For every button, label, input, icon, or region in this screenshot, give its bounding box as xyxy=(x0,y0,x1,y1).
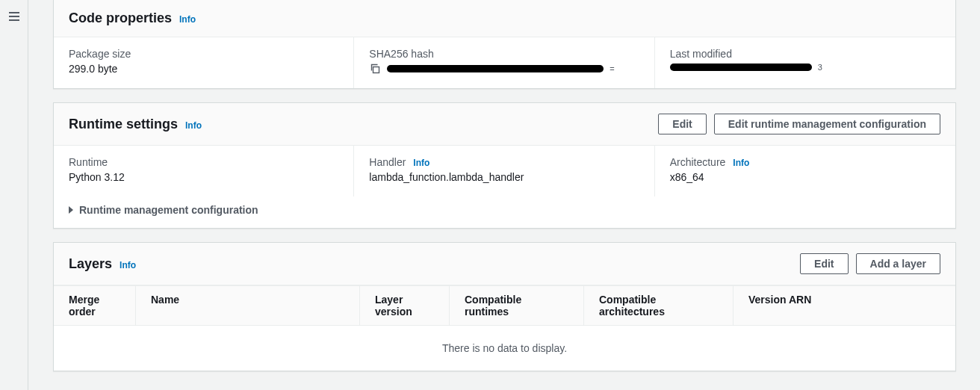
package-size-field: Package size 299.0 byte xyxy=(54,37,354,88)
col-compatible-architectures[interactable]: Compatible architectures xyxy=(584,286,734,325)
edit-layers-button[interactable]: Edit xyxy=(800,253,848,274)
runtime-field: Runtime Python 3.12 xyxy=(54,146,354,196)
last-modified-label: Last modified xyxy=(670,48,940,60)
col-layer-version[interactable]: Layer version xyxy=(360,286,450,325)
rmc-expand-label: Runtime management configuration xyxy=(79,204,258,216)
handler-value: lambda_function.lambda_handler xyxy=(369,171,639,183)
handler-field: Handler Info lambda_function.lambda_hand… xyxy=(354,146,654,196)
architecture-field: Architecture Info x86_64 xyxy=(655,146,955,196)
architecture-info-link[interactable]: Info xyxy=(733,158,749,168)
code-properties-panel: Code properties Info Package size 299.0 … xyxy=(53,0,956,89)
architecture-value: x86_64 xyxy=(670,171,940,183)
last-modified-field: Last modified 3 xyxy=(655,37,955,88)
package-size-value: 299.0 byte xyxy=(69,63,338,75)
sha256-redacted xyxy=(387,65,604,72)
package-size-label: Package size xyxy=(69,48,338,60)
sha256-field: SHA256 hash = xyxy=(354,37,654,88)
add-layer-button[interactable]: Add a layer xyxy=(856,253,940,274)
last-modified-value: 3 xyxy=(670,63,940,72)
layers-panel: Layers Info Edit Add a layer Merge order… xyxy=(53,242,956,371)
col-compatible-runtimes[interactable]: Compatible runtimes xyxy=(450,286,584,325)
runtime-value: Python 3.12 xyxy=(69,171,338,183)
edit-runtime-button[interactable]: Edit xyxy=(658,114,706,134)
layers-table-header: Merge order Name Layer version Compatibl… xyxy=(54,285,955,326)
layers-title: Layers xyxy=(69,256,112,272)
col-merge-order[interactable]: Merge order xyxy=(54,286,136,325)
copy-icon[interactable] xyxy=(369,63,381,75)
hamburger-menu-button[interactable] xyxy=(9,9,24,24)
sha256-tail: = xyxy=(610,64,614,73)
caret-right-icon xyxy=(69,206,73,214)
architecture-label: Architecture xyxy=(670,156,726,168)
runtime-settings-panel: Runtime settings Info Edit Edit runtime … xyxy=(53,102,956,229)
runtime-settings-title: Runtime settings xyxy=(69,117,178,132)
edit-rmc-button[interactable]: Edit runtime management configuration xyxy=(714,114,940,134)
layers-info-link[interactable]: Info xyxy=(120,260,136,270)
layers-empty-message: There is no data to display. xyxy=(54,326,955,371)
runtime-settings-info-link[interactable]: Info xyxy=(185,120,202,131)
sidebar-divider xyxy=(28,0,28,390)
col-version-arn[interactable]: Version ARN xyxy=(734,286,955,325)
last-modified-tail: 3 xyxy=(818,63,822,72)
last-modified-redacted xyxy=(670,64,812,71)
code-properties-title: Code properties xyxy=(69,10,172,26)
runtime-label: Runtime xyxy=(69,156,338,168)
handler-info-link[interactable]: Info xyxy=(413,158,429,168)
sha256-label: SHA256 hash xyxy=(369,48,639,60)
col-name[interactable]: Name xyxy=(136,286,360,325)
sha256-value: = xyxy=(369,63,639,75)
layers-header: Layers Info Edit Add a layer xyxy=(54,243,955,285)
svg-rect-0 xyxy=(373,67,379,73)
code-properties-header: Code properties Info xyxy=(54,0,955,37)
runtime-settings-header: Runtime settings Info Edit Edit runtime … xyxy=(54,103,955,146)
code-properties-info-link[interactable]: Info xyxy=(179,14,196,25)
handler-label: Handler xyxy=(369,156,406,168)
rmc-expand-toggle[interactable]: Runtime management configuration xyxy=(54,196,955,228)
